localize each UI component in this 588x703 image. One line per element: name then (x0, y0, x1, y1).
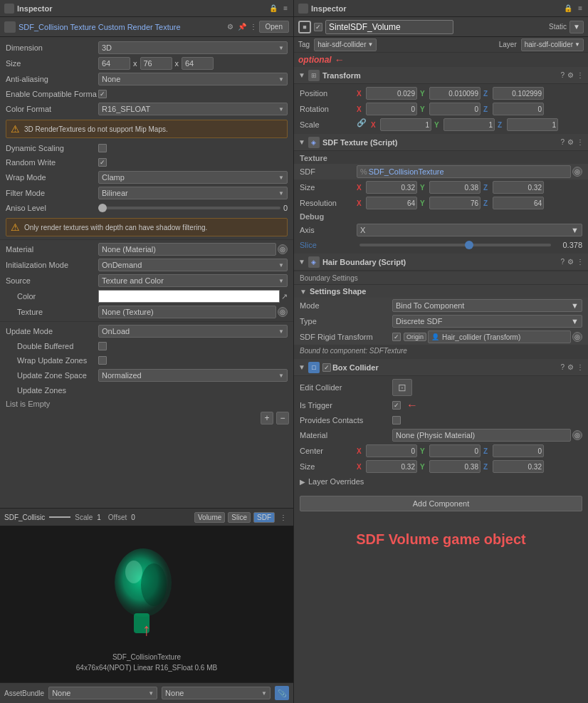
left-menu-btn[interactable]: ≡ (282, 4, 289, 12)
position-x-input[interactable] (366, 87, 417, 100)
size-z-input[interactable] (182, 57, 214, 70)
preview-menu-btn[interactable]: ⋮ (278, 511, 289, 523)
update-zone-space-dropdown[interactable]: Normalized ▼ (98, 369, 288, 382)
rotation-x-input[interactable] (366, 103, 417, 115)
scale-x-input[interactable] (380, 118, 431, 131)
transform-header[interactable]: ▼ ⊞ Transform ? ⚙ ⋮ (294, 67, 588, 84)
size-y-input[interactable] (140, 57, 172, 70)
aniso-slider-thumb[interactable] (98, 204, 107, 212)
asset-bundle-icon[interactable]: 📎 (275, 686, 289, 700)
go-active-checkbox[interactable]: ✓ (314, 23, 322, 31)
static-dropdown[interactable]: ▼ (569, 21, 584, 33)
slice-slider[interactable] (359, 244, 551, 246)
transform-help-btn[interactable]: ? (560, 71, 565, 79)
is-trigger-checkbox[interactable] (392, 401, 401, 410)
sdf-res-y-input[interactable] (429, 197, 481, 209)
right-menu-btn[interactable]: ≡ (577, 4, 584, 12)
update-mode-dropdown[interactable]: OnLoad ▼ (98, 325, 288, 338)
sdf-size-x-input[interactable] (366, 181, 417, 194)
wrap-mode-dropdown[interactable]: Clamp ▼ (98, 171, 288, 184)
position-z-input[interactable] (493, 87, 544, 100)
center-z-input[interactable] (493, 444, 544, 457)
mode-dropdown[interactable]: Bind To Component ▼ (392, 299, 582, 312)
sdf-settings-btn[interactable]: ⚙ (567, 138, 574, 146)
size-x-input[interactable] (98, 57, 130, 70)
sdf-size-y-input[interactable] (429, 181, 481, 194)
asset-bundle-dropdown-2[interactable]: None ▼ (162, 687, 271, 699)
anti-aliasing-dropdown[interactable]: None ▼ (98, 73, 288, 85)
hair-menu-btn[interactable]: ⋮ (577, 258, 584, 266)
color-picker-btn[interactable]: ↗ (281, 292, 288, 301)
volume-btn[interactable]: Volume (194, 512, 225, 523)
dynamic-scaling-checkbox[interactable] (98, 144, 107, 152)
box-help-btn[interactable]: ? (560, 363, 565, 371)
box-collider-active[interactable]: ✓ (322, 363, 331, 372)
collider-size-x-input[interactable] (366, 460, 417, 473)
scale-z-input[interactable] (507, 118, 558, 131)
left-lock-btn[interactable]: 🔒 (268, 4, 279, 12)
random-write-checkbox[interactable] (98, 158, 107, 167)
wrap-update-zones-checkbox[interactable] (98, 356, 107, 365)
filter-mode-dropdown[interactable]: Bilinear ▼ (98, 187, 288, 199)
sdf-btn[interactable]: SDF (253, 512, 275, 523)
axis-dropdown[interactable]: X ▼ (357, 224, 582, 236)
right-lock-btn[interactable]: 🔒 (562, 4, 574, 12)
transform-menu-btn[interactable]: ⋮ (577, 71, 584, 79)
box-menu-btn[interactable]: ⋮ (577, 363, 584, 371)
provides-contacts-checkbox[interactable] (392, 416, 401, 425)
center-y-input[interactable] (429, 444, 481, 457)
source-dropdown[interactable]: Texture and Color ▼ (98, 274, 288, 287)
collider-field[interactable]: 👤 Hair_collider (Transform) (428, 330, 571, 343)
sdf-size-z-input[interactable] (493, 181, 544, 194)
collider-material-field[interactable]: None (Physic Material) (392, 429, 571, 442)
sdf-res-z-input[interactable] (493, 197, 544, 209)
box-settings-btn[interactable]: ⚙ (567, 363, 574, 371)
sdf-menu-btn[interactable]: ⋮ (577, 138, 584, 146)
box-collider-header[interactable]: ▼ □ ✓ Box Collider ? ⚙ ⋮ (294, 359, 588, 376)
asset-bundle-dropdown-1[interactable]: None ▼ (48, 687, 157, 699)
collider-size-z-input[interactable] (493, 460, 544, 473)
hair-settings-btn[interactable]: ⚙ (567, 258, 574, 266)
slice-thumb[interactable] (465, 241, 473, 249)
type-dropdown[interactable]: Discrete SDF ▼ (392, 315, 582, 328)
transform-settings-btn[interactable]: ⚙ (567, 71, 574, 79)
collider-size-y-input[interactable] (429, 460, 481, 473)
open-button[interactable]: Open (259, 21, 289, 33)
sdf-value-field[interactable]: % SDF_CollisionTexture (357, 165, 571, 178)
aniso-slider-track[interactable] (98, 207, 280, 209)
texture-field[interactable]: None (Texture) (98, 306, 276, 318)
sdf-help-btn[interactable]: ? (560, 138, 565, 146)
edit-collider-btn[interactable]: ⊡ (392, 379, 412, 396)
collider-select-btn[interactable]: ◎ (572, 332, 582, 342)
rotation-z-input[interactable] (493, 103, 544, 115)
asset-pin-btn[interactable]: 📌 (236, 21, 248, 33)
remove-zone-btn[interactable]: − (276, 412, 289, 425)
slice-btn[interactable]: Slice (228, 512, 251, 523)
sdf-select-btn[interactable]: ◎ (572, 167, 582, 177)
scale-y-input[interactable] (443, 118, 495, 131)
sdf-texture-header[interactable]: ▼ ◈ SDF Texture (Script) ? ⚙ ⋮ (294, 134, 588, 151)
layer-dropdown[interactable]: hair-sdf-collider ▼ (521, 38, 584, 51)
color-format-dropdown[interactable]: R16_SFLOAT ▼ (98, 103, 288, 115)
color-swatch[interactable] (98, 290, 280, 303)
center-x-input[interactable] (366, 444, 417, 457)
dimension-dropdown[interactable]: 3D ▼ (98, 41, 288, 54)
position-y-input[interactable] (429, 87, 481, 100)
texture-select-btn[interactable]: ◎ (278, 307, 288, 317)
material-select-btn[interactable]: ◎ (278, 244, 288, 254)
add-zone-btn[interactable]: + (261, 412, 273, 425)
settings-shape-header[interactable]: ▼ Settings Shape (294, 285, 588, 298)
asset-settings-btn[interactable]: ⚙ (225, 21, 236, 33)
go-name-input[interactable] (325, 20, 453, 34)
enable-compatible-checkbox[interactable] (98, 90, 107, 98)
hair-boundary-header[interactable]: ▼ ◈ Hair Boundary (Script) ? ⚙ ⋮ (294, 254, 588, 271)
material-field[interactable]: None (Material) (98, 243, 276, 256)
init-mode-dropdown[interactable]: OnDemand ▼ (98, 259, 288, 271)
sdf-rigid-checkbox[interactable] (392, 333, 401, 341)
asset-menu-btn[interactable]: ⋮ (248, 21, 259, 33)
collider-material-select-btn[interactable]: ◎ (572, 430, 582, 440)
add-component-btn[interactable]: Add Component (300, 496, 582, 511)
rotation-y-input[interactable] (429, 103, 481, 115)
hair-help-btn[interactable]: ? (560, 258, 565, 266)
double-buffered-checkbox[interactable] (98, 342, 107, 350)
